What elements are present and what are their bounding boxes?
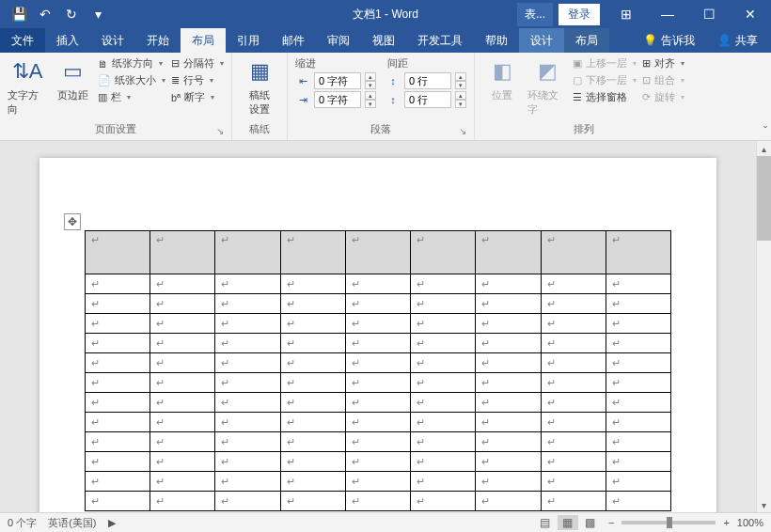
zoom-level[interactable]: 100% bbox=[737, 517, 763, 528]
table-cell[interactable]: ↵ bbox=[411, 231, 476, 274]
table-cell[interactable]: ↵ bbox=[541, 492, 606, 511]
table-cell[interactable]: ↵ bbox=[86, 294, 150, 314]
share-button[interactable]: 👤 共享 bbox=[704, 33, 771, 49]
table-cell[interactable]: ↵ bbox=[280, 314, 345, 334]
table-cell[interactable]: ↵ bbox=[86, 334, 150, 353]
qat-more-button[interactable]: ▾ bbox=[87, 3, 109, 25]
table-cell[interactable]: ↵ bbox=[215, 294, 280, 314]
table-cell[interactable]: ↵ bbox=[215, 432, 280, 452]
table-cell[interactable]: ↵ bbox=[150, 314, 215, 334]
tab-table-layout[interactable]: 布局 bbox=[564, 28, 609, 53]
table-cell[interactable]: ↵ bbox=[606, 274, 670, 294]
table-cell[interactable]: ↵ bbox=[280, 353, 345, 373]
table-cell[interactable]: ↵ bbox=[150, 432, 215, 452]
table-cell[interactable]: ↵ bbox=[280, 472, 345, 492]
table-cell[interactable]: ↵ bbox=[345, 294, 410, 314]
table-tools-tab[interactable]: 表... bbox=[517, 3, 553, 26]
tab-file[interactable]: 文件 bbox=[0, 28, 45, 53]
table-cell[interactable]: ↵ bbox=[215, 452, 280, 472]
table-cell[interactable]: ↵ bbox=[541, 472, 606, 492]
columns-button[interactable]: ▥栏▾ bbox=[98, 90, 165, 104]
table-cell[interactable]: ↵ bbox=[411, 294, 476, 314]
table-cell[interactable]: ↵ bbox=[476, 231, 541, 274]
table-cell[interactable]: ↵ bbox=[411, 314, 476, 334]
manuscript-button[interactable]: ▦ 稿纸 设置 bbox=[240, 56, 279, 117]
table-cell[interactable]: ↵ bbox=[476, 492, 541, 511]
tab-view[interactable]: 视图 bbox=[361, 28, 406, 53]
table-cell[interactable]: ↵ bbox=[345, 413, 410, 432]
table-cell[interactable]: ↵ bbox=[411, 432, 476, 452]
table-row[interactable]: ↵↵↵↵↵↵↵↵↵ bbox=[86, 393, 671, 413]
table-cell[interactable]: ↵ bbox=[215, 353, 280, 373]
table-cell[interactable]: ↵ bbox=[541, 373, 606, 393]
table-cell[interactable]: ↵ bbox=[411, 393, 476, 413]
size-button[interactable]: 📄纸张大小▾ bbox=[98, 73, 165, 87]
dialog-launcher-icon[interactable]: ↘ bbox=[216, 126, 224, 136]
table-cell[interactable]: ↵ bbox=[215, 373, 280, 393]
tab-table-design[interactable]: 设计 bbox=[519, 28, 564, 53]
table-cell[interactable]: ↵ bbox=[345, 432, 410, 452]
table-cell[interactable]: ↵ bbox=[215, 274, 280, 294]
table-cell[interactable]: ↵ bbox=[606, 231, 670, 274]
table-row[interactable]: ↵↵↵↵↵↵↵↵↵ bbox=[86, 314, 671, 334]
table-cell[interactable]: ↵ bbox=[215, 413, 280, 432]
table-cell[interactable]: ↵ bbox=[411, 472, 476, 492]
read-mode-button[interactable]: ▤ bbox=[535, 515, 556, 530]
table-cell[interactable]: ↵ bbox=[411, 274, 476, 294]
zoom-handle[interactable] bbox=[667, 517, 672, 528]
hyphen-button[interactable]: bª断字▾ bbox=[171, 90, 224, 104]
table-cell[interactable]: ↵ bbox=[476, 452, 541, 472]
table-cell[interactable]: ↵ bbox=[215, 492, 280, 511]
table-cell[interactable]: ↵ bbox=[150, 294, 215, 314]
table-cell[interactable]: ↵ bbox=[345, 353, 410, 373]
table-cell[interactable]: ↵ bbox=[86, 314, 150, 334]
table-cell[interactable]: ↵ bbox=[476, 274, 541, 294]
table-cell[interactable]: ↵ bbox=[86, 231, 150, 274]
margins-button[interactable]: ▭ 页边距 bbox=[53, 56, 92, 102]
table-cell[interactable]: ↵ bbox=[86, 432, 150, 452]
scroll-track[interactable] bbox=[757, 156, 771, 497]
dialog-launcher-icon[interactable]: ↘ bbox=[459, 126, 466, 136]
print-layout-button[interactable]: ▦ bbox=[558, 515, 578, 530]
table-cell[interactable]: ↵ bbox=[86, 274, 150, 294]
document-scroll[interactable]: ✥ ↵↵↵↵↵↵↵↵↵↵↵↵↵↵↵↵↵↵↵↵↵↵↵↵↵↵↵↵↵↵↵↵↵↵↵↵↵↵… bbox=[0, 141, 756, 512]
table-cell[interactable]: ↵ bbox=[280, 492, 345, 511]
table-cell[interactable]: ↵ bbox=[215, 472, 280, 492]
table-cell[interactable]: ↵ bbox=[86, 452, 150, 472]
table-cell[interactable]: ↵ bbox=[86, 393, 150, 413]
table-cell[interactable]: ↵ bbox=[606, 492, 670, 511]
scroll-thumb[interactable] bbox=[757, 156, 771, 241]
save-button[interactable]: 💾 bbox=[8, 3, 30, 25]
minimize-button[interactable]: — bbox=[647, 0, 688, 28]
table-cell[interactable]: ↵ bbox=[280, 274, 345, 294]
table-cell[interactable]: ↵ bbox=[411, 452, 476, 472]
space-before-field[interactable]: ↕▴▾ bbox=[386, 72, 466, 89]
tab-home[interactable]: 开始 bbox=[135, 28, 181, 53]
table-cell[interactable]: ↵ bbox=[280, 393, 345, 413]
table-cell[interactable]: ↵ bbox=[541, 413, 606, 432]
table-row[interactable]: ↵↵↵↵↵↵↵↵↵ bbox=[86, 373, 671, 393]
table-cell[interactable]: ↵ bbox=[345, 231, 410, 274]
table-cell[interactable]: ↵ bbox=[150, 472, 215, 492]
tab-design[interactable]: 设计 bbox=[90, 28, 135, 53]
maximize-button[interactable]: ☐ bbox=[688, 0, 730, 28]
table-cell[interactable]: ↵ bbox=[606, 432, 670, 452]
table-cell[interactable]: ↵ bbox=[150, 274, 215, 294]
close-button[interactable]: ✕ bbox=[730, 0, 771, 28]
table-cell[interactable]: ↵ bbox=[606, 472, 670, 492]
spinner-buttons[interactable]: ▴▾ bbox=[365, 91, 376, 108]
table-cell[interactable]: ↵ bbox=[541, 393, 606, 413]
tab-insert[interactable]: 插入 bbox=[45, 28, 90, 53]
table-cell[interactable]: ↵ bbox=[215, 314, 280, 334]
table-cell[interactable]: ↵ bbox=[541, 353, 606, 373]
align-button[interactable]: ⊞对齐▾ bbox=[642, 56, 684, 70]
table-cell[interactable]: ↵ bbox=[476, 393, 541, 413]
table-cell[interactable]: ↵ bbox=[215, 334, 280, 353]
table-row[interactable]: ↵↵↵↵↵↵↵↵↵ bbox=[86, 413, 671, 432]
language-status[interactable]: 英语(美国) bbox=[48, 516, 96, 530]
table-cell[interactable]: ↵ bbox=[541, 314, 606, 334]
table-row[interactable]: ↵↵↵↵↵↵↵↵↵ bbox=[86, 353, 671, 373]
table-row[interactable]: ↵↵↵↵↵↵↵↵↵ bbox=[86, 432, 671, 452]
table-cell[interactable]: ↵ bbox=[606, 393, 670, 413]
table-row[interactable]: ↵↵↵↵↵↵↵↵↵ bbox=[86, 334, 671, 353]
